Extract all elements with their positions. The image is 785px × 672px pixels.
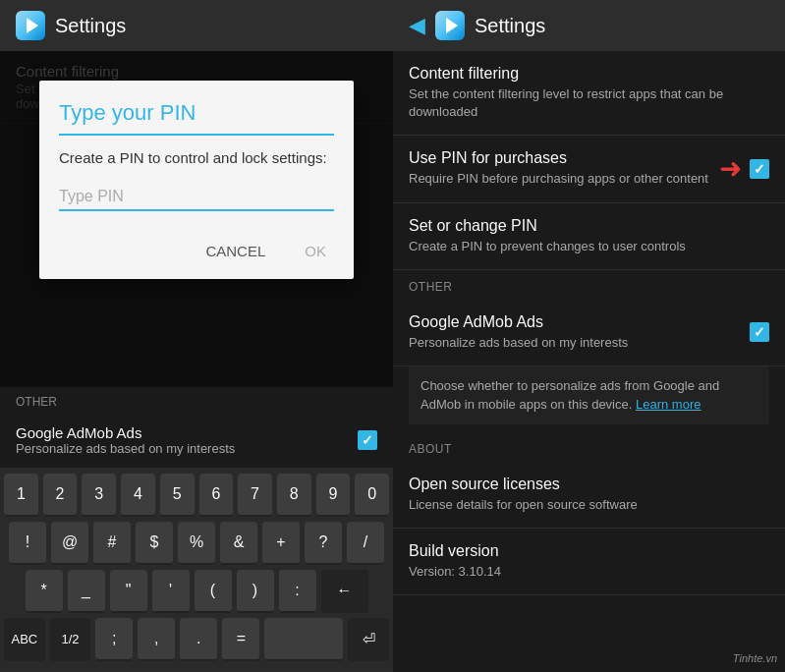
key-3[interactable]: 3 — [82, 474, 116, 517]
left-header-title: Settings — [55, 15, 126, 37]
key-colon[interactable]: : — [279, 570, 316, 613]
use-pin-checkbox[interactable] — [750, 159, 769, 179]
key-dquote[interactable]: " — [110, 570, 147, 613]
admob-text-left: Google AdMob Ads Personalize ads based o… — [16, 424, 235, 456]
dialog-ok-button[interactable]: OK — [289, 235, 342, 267]
set-pin-row[interactable]: Set or change PIN Create a PIN to preven… — [393, 203, 785, 270]
build-version-row[interactable]: Build version Version: 3.10.14 — [393, 529, 785, 595]
admob-row-left[interactable]: Google AdMob Ads Personalize ads based o… — [0, 413, 393, 468]
dialog-overlay: Type your PIN Create a PIN to control an… — [0, 51, 393, 387]
key-0[interactable]: 0 — [355, 474, 389, 517]
content-filtering-title: Content filtering — [409, 65, 769, 83]
right-header: ◀ Settings — [393, 0, 785, 51]
admob-checkbox-left[interactable] — [358, 430, 377, 450]
key-dollar[interactable]: $ — [136, 522, 173, 565]
admob-row-right[interactable]: Google AdMob Ads Personalize ads based o… — [393, 300, 785, 366]
watermark: Tinhte.vn — [733, 652, 777, 664]
open-source-row[interactable]: Open source licenses License details for… — [393, 462, 785, 529]
learn-more-link[interactable]: Learn more — [636, 397, 701, 412]
keyboard-row-1: 1 2 3 4 5 6 7 8 9 0 — [4, 474, 389, 517]
key-1[interactable]: 1 — [4, 474, 38, 517]
key-backspace[interactable]: ← — [321, 570, 368, 613]
right-header-title: Settings — [475, 15, 545, 37]
back-arrow-icon[interactable]: ◀ — [409, 13, 425, 38]
key-2[interactable]: 2 — [43, 474, 78, 517]
key-6[interactable]: 6 — [199, 474, 234, 517]
admob-sub-left: Personalize ads based on my interests — [16, 441, 235, 456]
admob-text-right: Google AdMob Ads Personalize ads based o… — [409, 313, 750, 352]
dialog-body: Create a PIN to control and lock setting… — [39, 143, 354, 227]
admob-sub-right: Personalize ads based on my interests — [409, 334, 742, 352]
use-pin-sub: Require PIN before purchasing apps or ot… — [409, 170, 711, 188]
keyboard-row-4: ABC 1/2 ; , . = ⏎ — [4, 618, 389, 661]
red-arrow-annotation: ➜ — [719, 152, 742, 185]
key-semicolon[interactable]: ; — [95, 618, 133, 661]
left-header: Settings — [0, 0, 393, 51]
keyboard: 1 2 3 4 5 6 7 8 9 0 ! @ # $ % & + ? / * … — [0, 468, 393, 672]
dialog-buttons: Cancel OK — [39, 227, 354, 279]
key-rparen[interactable]: ) — [237, 570, 274, 613]
keyboard-row-3: * _ " ' ( ) : ← — [4, 570, 389, 613]
content-filtering-row[interactable]: Content filtering Set the content filter… — [393, 51, 785, 136]
key-7[interactable]: 7 — [238, 474, 272, 517]
play-store-icon — [16, 11, 45, 40]
other-section-label-right: OTHER — [393, 270, 785, 300]
key-ampersand[interactable]: & — [220, 522, 257, 565]
left-content-area: Content filtering Set the content filter… — [0, 51, 393, 387]
dialog-description: Create a PIN to control and lock setting… — [59, 147, 334, 168]
key-abc[interactable]: ABC — [4, 618, 45, 661]
use-pin-text: Use PIN for purchases Require PIN before… — [409, 149, 719, 188]
key-slash[interactable]: / — [347, 522, 384, 565]
other-section-label: OTHER — [0, 387, 393, 413]
key-space[interactable] — [264, 618, 343, 661]
key-hash[interactable]: # — [93, 522, 131, 565]
key-plus[interactable]: + — [262, 522, 300, 565]
key-squote[interactable]: ' — [152, 570, 190, 613]
key-4[interactable]: 4 — [121, 474, 155, 517]
about-section-label: ABOUT — [393, 432, 785, 462]
dialog-divider — [59, 134, 334, 136]
admob-extra-box: Choose whether to personalize ads from G… — [409, 366, 769, 424]
key-period[interactable]: . — [180, 618, 217, 661]
key-8[interactable]: 8 — [277, 474, 311, 517]
play-store-icon-right — [435, 11, 465, 40]
build-version-title: Build version — [409, 542, 769, 560]
key-question[interactable]: ? — [305, 522, 342, 565]
set-pin-sub: Create a PIN to prevent changes to user … — [409, 238, 769, 255]
key-at[interactable]: @ — [51, 522, 88, 565]
key-5[interactable]: 5 — [160, 474, 195, 517]
left-panel: Settings Content filtering Set the conte… — [0, 0, 393, 672]
pin-dialog: Type your PIN Create a PIN to control an… — [39, 81, 354, 279]
admob-extra-text: Choose whether to personalize ads from G… — [421, 378, 719, 413]
pin-input[interactable] — [59, 184, 334, 211]
key-exclaim[interactable]: ! — [9, 522, 46, 565]
content-filtering-sub: Set the content filtering level to restr… — [409, 85, 769, 121]
key-percent[interactable]: % — [178, 522, 215, 565]
admob-title-left: Google AdMob Ads — [16, 424, 235, 441]
key-enter[interactable]: ⏎ — [348, 618, 389, 661]
right-content: Content filtering Set the content filter… — [393, 51, 785, 672]
build-version-sub: Version: 3.10.14 — [409, 563, 769, 581]
right-panel: ◀ Settings Content filtering Set the con… — [393, 0, 785, 672]
open-source-sub: License details for open source software — [409, 496, 769, 514]
admob-checkbox-right[interactable] — [750, 322, 769, 342]
open-source-title: Open source licenses — [409, 476, 769, 493]
key-comma[interactable]: , — [138, 618, 175, 661]
set-pin-title: Set or change PIN — [409, 217, 769, 235]
dialog-cancel-button[interactable]: Cancel — [190, 235, 281, 267]
use-pin-row[interactable]: Use PIN for purchases Require PIN before… — [393, 136, 785, 202]
use-pin-title: Use PIN for purchases — [409, 149, 711, 167]
key-9[interactable]: 9 — [316, 474, 351, 517]
key-equals[interactable]: = — [222, 618, 259, 661]
keyboard-row-2: ! @ # $ % & + ? / — [4, 522, 389, 565]
key-lparen[interactable]: ( — [195, 570, 232, 613]
key-12[interactable]: 1/2 — [50, 618, 91, 661]
admob-title-right: Google AdMob Ads — [409, 313, 742, 331]
key-asterisk[interactable]: * — [26, 570, 63, 613]
dialog-title: Type your PIN — [39, 81, 354, 126]
key-underscore[interactable]: _ — [68, 570, 105, 613]
